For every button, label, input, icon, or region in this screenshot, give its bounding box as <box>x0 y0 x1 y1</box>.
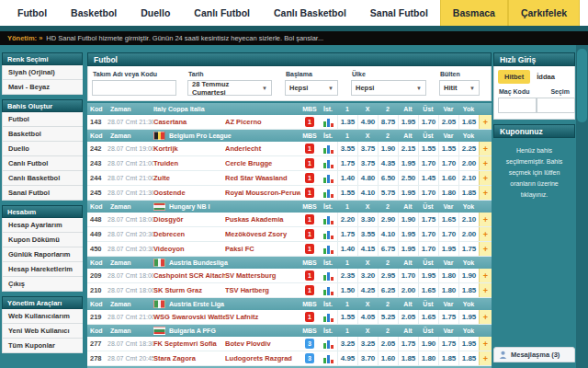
odd-cell-alt[interactable]: 1.95 <box>398 227 418 241</box>
odd-cell-x[interactable]: 4.15 <box>357 242 378 256</box>
match-code-input[interactable] <box>498 98 537 113</box>
home-team[interactable]: Cashpoint SCR Altach <box>153 271 225 280</box>
more-bets-button[interactable]: + <box>479 310 492 324</box>
away-team[interactable]: Red Star Waasland <box>225 174 300 182</box>
page-scrollbar-thumb[interactable] <box>577 49 587 122</box>
odd-cell-st[interactable]: 1.45 <box>418 171 438 185</box>
odd-cell-var[interactable]: 1.80 <box>438 269 458 282</box>
sidebar-item-hesap-ayarlar-m[interactable]: Hesap Ayarlarım <box>2 218 83 233</box>
odd-cell-st[interactable]: 1.55 <box>418 142 438 155</box>
stats-chart-icon[interactable] <box>323 144 334 154</box>
odd-cell-1[interactable]: 4.95 <box>337 351 357 365</box>
odd-cell-x[interactable]: 4.10 <box>357 186 378 200</box>
odd-cell-var[interactable]: 1.95 <box>438 242 458 256</box>
odd-cell-var[interactable]: 1.65 <box>438 213 458 226</box>
more-bets-button[interactable]: + <box>479 115 492 129</box>
more-bets-button[interactable]: + <box>479 283 492 297</box>
odd-cell-st[interactable]: 1.90 <box>418 337 438 351</box>
odd-cell-x[interactable]: 3.55 <box>357 227 378 241</box>
odd-cell-1[interactable]: 1.55 <box>337 186 357 200</box>
pick-input[interactable] <box>537 98 575 113</box>
nav-tab-basmaca[interactable]: Basmaca <box>440 0 508 26</box>
odd-cell-yok[interactable]: 2.25 <box>458 142 479 155</box>
odd-cell-2[interactable]: 5.75 <box>378 186 398 200</box>
home-team[interactable]: Debrecen <box>153 230 225 238</box>
odd-cell-x[interactable]: 3.25 <box>357 337 378 351</box>
messaging-widget[interactable]: Mesajlaşma (3) <box>493 347 575 362</box>
odd-cell-1[interactable]: 3.55 <box>337 142 357 155</box>
sidebar-item-yeni-web-kullan-c[interactable]: Yeni Web Kullanıcı <box>2 324 83 339</box>
odd-cell-alt[interactable]: 1.70 <box>398 269 418 282</box>
sidebar-item-basketbol[interactable]: Basketbol <box>2 127 83 142</box>
odd-cell-2[interactable]: 6.50 <box>378 171 398 185</box>
odd-cell-var[interactable]: 1.70 <box>438 156 458 170</box>
home-team[interactable]: Truiden <box>153 159 225 167</box>
odd-cell-st[interactable]: 1.95 <box>418 269 438 282</box>
stats-chart-icon[interactable] <box>323 215 334 224</box>
sidebar-item-g-nl-k-raporlar-m[interactable]: Günlük Raporlarım <box>2 247 83 262</box>
nav-tab-kuponlar-m[interactable]: Kuponlarım <box>580 0 588 26</box>
more-bets-button[interactable]: + <box>479 156 492 170</box>
stats-chart-icon[interactable] <box>323 174 334 183</box>
bulletin-select[interactable]: Hitit ▼ <box>439 80 480 96</box>
odd-cell-alt[interactable]: 1.85 <box>398 351 418 365</box>
odd-cell-alt[interactable]: 2.05 <box>398 310 418 324</box>
odd-cell-var[interactable]: 1.60 <box>438 171 458 185</box>
home-team[interactable]: Kortrijk <box>153 144 225 153</box>
odd-cell-yok[interactable]: 1.85 <box>458 351 479 365</box>
odd-cell-alt[interactable]: 1.75 <box>398 337 418 351</box>
odd-cell-2[interactable]: 8.75 <box>378 115 398 129</box>
team-search-input[interactable] <box>92 80 176 96</box>
away-team[interactable]: Puskas Akademia <box>225 215 300 224</box>
away-team[interactable]: AZ Picerno <box>225 118 300 126</box>
more-bets-button[interactable]: + <box>479 186 492 200</box>
more-bets-button[interactable]: + <box>479 337 492 351</box>
home-team[interactable]: Casertana <box>153 118 225 126</box>
odd-cell-st[interactable]: 1.75 <box>418 213 438 226</box>
odd-cell-st[interactable]: 1.70 <box>418 227 438 241</box>
odd-cell-x[interactable]: 4.25 <box>357 283 378 297</box>
odd-cell-yok[interactable]: 2.10 <box>458 171 479 185</box>
away-team[interactable]: Royal Mouscron-Peruwelz <box>225 189 300 197</box>
odd-cell-yok[interactable]: 1.85 <box>458 283 479 297</box>
odd-cell-2[interactable]: 5.25 <box>378 310 398 324</box>
stats-chart-icon[interactable] <box>323 230 334 239</box>
odd-cell-1[interactable]: 1.35 <box>337 115 357 129</box>
odd-cell-st[interactable]: 1.70 <box>418 115 438 129</box>
odd-cell-st[interactable]: 1.70 <box>418 156 438 170</box>
sidebar-item-futbol[interactable]: Futbol <box>2 112 83 127</box>
stats-chart-icon[interactable] <box>323 286 334 295</box>
odd-cell-var[interactable]: 1.70 <box>438 227 458 241</box>
away-team[interactable]: Botev Plovdiv <box>225 339 300 348</box>
home-team[interactable]: Oostende <box>153 189 225 197</box>
away-team[interactable]: Mezökövesd Zsory <box>225 230 300 238</box>
odd-cell-x[interactable]: 3.30 <box>357 213 378 226</box>
odd-cell-alt[interactable]: 1.95 <box>398 186 418 200</box>
home-team[interactable]: WSG Swarovski Wattens <box>153 313 225 321</box>
home-team[interactable]: Stara Zagora <box>153 354 225 362</box>
stats-chart-icon[interactable] <box>323 245 334 254</box>
odd-cell-var[interactable]: 1.85 <box>438 351 458 365</box>
more-bets-button[interactable]: + <box>479 213 492 226</box>
more-bets-button[interactable]: + <box>479 269 492 282</box>
nav-tab-ark-felek[interactable]: Çarkıfelek <box>508 0 580 26</box>
odd-cell-2[interactable]: 4.35 <box>378 156 398 170</box>
odd-cell-st[interactable]: 1.70 <box>418 242 438 256</box>
home-team[interactable]: Zulte <box>153 174 225 182</box>
sidebar-item-mavi-beyaz[interactable]: Mavi - Beyaz <box>2 80 83 95</box>
odd-cell-st[interactable]: 1.70 <box>418 186 438 200</box>
more-bets-button[interactable]: + <box>479 351 492 365</box>
odd-cell-yok[interactable]: 1.95 <box>458 337 479 351</box>
stats-chart-icon[interactable] <box>323 118 334 127</box>
odd-cell-2[interactable]: 2.05 <box>378 337 398 351</box>
odd-cell-var[interactable]: 1.80 <box>438 186 458 200</box>
home-team[interactable]: SK Sturm Graz <box>153 286 225 294</box>
odd-cell-yok[interactable]: 2.10 <box>458 213 479 226</box>
odd-cell-x[interactable]: 3.20 <box>357 269 378 282</box>
sidebar-item-canl-futbol[interactable]: Canlı Futbol <box>2 156 83 171</box>
odd-cell-1[interactable]: 1.40 <box>337 171 357 185</box>
sidebar-item-kupon-d-k-m[interactable]: Kupon Dökümü <box>2 233 83 247</box>
more-bets-button[interactable]: + <box>479 171 492 185</box>
sidebar-item-hesap-hareketlerim[interactable]: Hesap Hareketlerim <box>2 262 83 277</box>
away-team[interactable]: SV Lafnitz <box>225 313 300 321</box>
